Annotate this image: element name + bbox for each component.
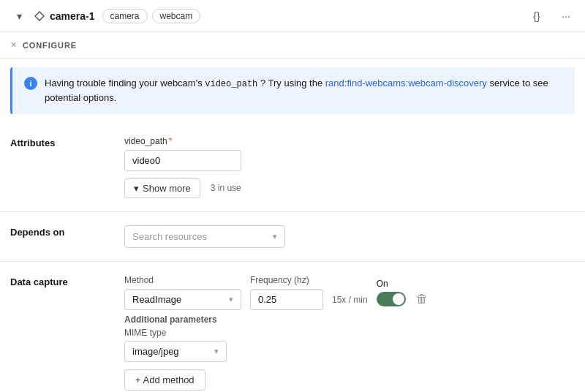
in-use-text: 3 in use <box>211 183 241 193</box>
per-min-col: 15x / min <box>332 280 368 305</box>
header: ▾ camera-1 camera webcam {} ··· <box>0 0 585 32</box>
frequency-input[interactable] <box>250 289 323 310</box>
info-text: Having trouble finding your webcam's vid… <box>45 76 563 105</box>
data-capture-label: Data capture <box>10 275 113 287</box>
method-select[interactable]: ReadImage ▾ <box>124 289 241 310</box>
on-off-toggle[interactable] <box>377 292 406 306</box>
code-icon: {} <box>533 10 540 22</box>
toggle-container: On 🗑 <box>377 279 428 306</box>
per-min-text: 15x / min <box>332 295 368 305</box>
method-chevron-icon: ▾ <box>229 295 233 304</box>
data-capture-content: Method ReadImage ▾ Frequency (hz) 15x / … <box>124 275 575 391</box>
resource-title: camera-1 <box>50 10 95 22</box>
diamond-icon <box>34 10 45 22</box>
data-capture-section: Data capture Method ReadImage ▾ Frequenc… <box>0 262 585 393</box>
frequency-label: Frequency (hz) <box>250 275 323 285</box>
depends-on-content: Search resources ▾ <box>124 225 575 248</box>
more-button[interactable]: ··· <box>556 6 576 26</box>
method-value: ReadImage <box>132 294 181 305</box>
show-more-label: Show more <box>143 183 191 194</box>
mime-label: MIME type <box>124 328 575 338</box>
dropdown-chevron-icon: ▾ <box>273 232 277 241</box>
svg-marker-0 <box>35 12 44 20</box>
additional-params-label: Additional parameters <box>124 314 575 325</box>
add-method-label: + Add method <box>135 374 195 385</box>
header-right: {} ··· <box>526 6 576 26</box>
search-placeholder: Search resources <box>132 231 268 242</box>
main-content: Attributes video_path* ▾ Show more 3 in … <box>0 123 585 393</box>
tag-camera[interactable]: camera <box>102 9 148 23</box>
webcam-discovery-link[interactable]: rand:find-webcams:webcam-discovery <box>325 78 487 88</box>
header-left: ▾ camera-1 camera webcam <box>9 6 521 26</box>
dc-main-row: Method ReadImage ▾ Frequency (hz) 15x / … <box>124 275 575 310</box>
video-path-label: video_path* <box>124 136 575 146</box>
show-more-chevron: ▾ <box>134 183 139 194</box>
info-text-before: Having trouble finding your webcam's <box>45 78 205 88</box>
info-banner: i Having trouble finding your webcam's v… <box>10 67 575 114</box>
info-code-text: video_path <box>205 79 257 89</box>
attributes-section: Attributes video_path* ▾ Show more 3 in … <box>0 123 585 212</box>
configure-bar: ✕ CONFIGURE <box>0 32 585 59</box>
depends-on-label: Depends on <box>10 225 113 238</box>
close-icon: ✕ <box>10 40 17 50</box>
toggle-thumb <box>393 293 404 305</box>
attributes-content: video_path* ▾ Show more 3 in use <box>124 136 575 198</box>
depends-on-section: Depends on Search resources ▾ <box>0 212 585 262</box>
show-more-button[interactable]: ▾ Show more <box>124 178 200 198</box>
info-text-middle: ? Try using the <box>257 78 325 88</box>
show-more-row: ▾ Show more 3 in use <box>124 178 575 198</box>
required-marker: * <box>169 136 173 146</box>
mime-value: image/jpeg <box>132 346 179 357</box>
search-resources-dropdown[interactable]: Search resources ▾ <box>124 225 285 248</box>
more-icon: ··· <box>562 10 570 22</box>
video-path-input[interactable] <box>124 150 241 171</box>
toggle-on-label: On <box>377 279 388 289</box>
method-col: Method ReadImage ▾ <box>124 275 241 310</box>
info-icon: i <box>24 77 37 90</box>
configure-label: CONFIGURE <box>23 41 77 50</box>
code-button[interactable]: {} <box>526 6 547 26</box>
tag-webcam[interactable]: webcam <box>152 9 201 23</box>
method-label: Method <box>124 275 241 285</box>
mime-chevron-icon: ▾ <box>214 347 219 356</box>
mime-select[interactable]: image/jpeg ▾ <box>124 341 227 362</box>
attributes-label: Attributes <box>10 136 113 148</box>
chevron-down-icon: ▾ <box>17 10 22 22</box>
add-method-button[interactable]: + Add method <box>124 369 205 391</box>
delete-icon[interactable]: 🗑 <box>416 293 428 306</box>
frequency-col: Frequency (hz) <box>250 275 323 310</box>
expand-button[interactable]: ▾ <box>9 6 29 26</box>
